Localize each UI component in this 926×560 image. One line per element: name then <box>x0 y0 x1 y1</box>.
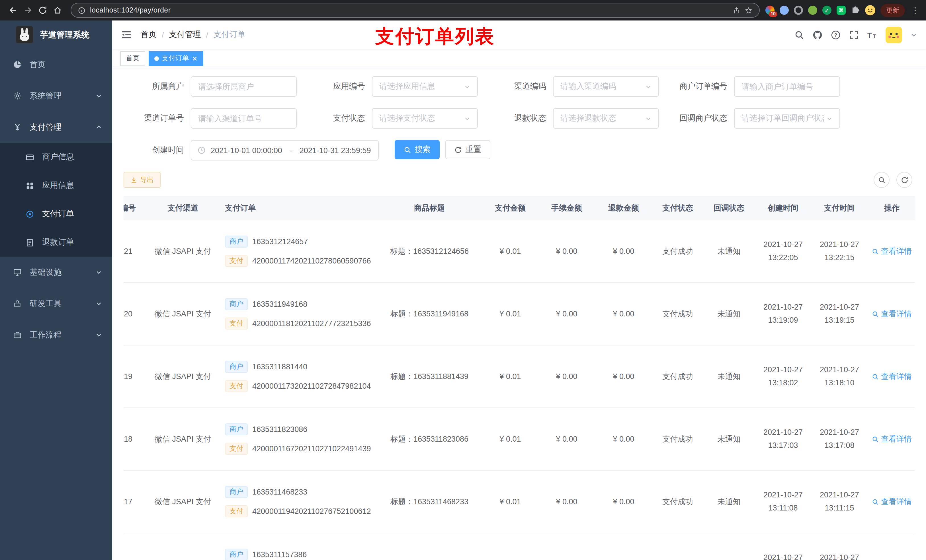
document-icon <box>25 238 34 247</box>
main-area: 首页 / 支付管理 / 支付订单 支付订单列表 ? <box>112 21 926 560</box>
column-header: 回调状态 <box>703 196 755 220</box>
sidebar-item-pay-order[interactable]: 支付订单 <box>0 200 112 228</box>
filter-label: 应用编号 <box>305 82 372 92</box>
search-icon[interactable] <box>794 30 804 39</box>
refund-status-select[interactable]: 请选择退款状态 <box>553 108 659 128</box>
reset-button[interactable]: 重置 <box>445 140 490 159</box>
forward-icon[interactable] <box>21 3 35 18</box>
svg-text:T: T <box>867 31 872 39</box>
url-bar[interactable]: localhost:1024/pay/order <box>71 3 760 18</box>
card-icon <box>25 153 34 162</box>
cell-amount: ¥ 0.01 <box>483 471 538 533</box>
sidebar-item-workflow[interactable]: 工作流程 <box>0 319 112 350</box>
cell-refund: ¥ 0.00 <box>595 283 652 345</box>
toggle-search-button[interactable] <box>874 172 890 188</box>
channel-code-select[interactable]: 请输入渠道编码 <box>553 76 659 97</box>
extension-icon[interactable] <box>808 6 817 15</box>
cell-id: 17 <box>124 471 149 533</box>
pay-status-select[interactable]: 请选择支付状态 <box>372 108 478 128</box>
column-header: 创建时间 <box>755 196 811 220</box>
column-header: 支付渠道 <box>149 196 217 220</box>
back-icon[interactable] <box>6 3 21 18</box>
sidebar-item-payment[interactable]: 支付管理 <box>0 112 112 143</box>
tab-home[interactable]: 首页 <box>120 51 145 66</box>
cell-pay-order: 商户 1635312124657 支付 42000011742021102780… <box>217 220 377 282</box>
sidebar-item-home[interactable]: 首页 <box>0 49 112 80</box>
breadcrumb: 首页 / 支付管理 / 支付订单 <box>141 30 245 40</box>
share-icon[interactable] <box>733 6 740 14</box>
hamburger-icon[interactable] <box>121 30 132 40</box>
sidebar-item-dev-tools[interactable]: 研发工具 <box>0 288 112 319</box>
range-start: 2021-10-01 00:00:00 <box>211 146 282 154</box>
help-icon[interactable]: ? <box>831 30 841 39</box>
extensions-area: 10 ✓ ⌘ 更新 ⋮ <box>766 4 920 17</box>
browser-update-button[interactable]: 更新 <box>881 4 905 17</box>
table-header: 编号 支付渠道 支付订单 商品标题 支付金额 手续金额 退款金额 支付状态 回调… <box>124 196 915 220</box>
cell-title: 标题：1635311823086 <box>377 408 483 470</box>
extensions-puzzle-icon[interactable] <box>851 6 860 15</box>
view-detail-link[interactable]: 查看详情 <box>872 434 912 444</box>
cell-action: 查看详情 <box>867 533 915 560</box>
extension-badge: 10 <box>769 11 777 17</box>
view-detail-link[interactable]: 查看详情 <box>872 497 912 507</box>
extension-icon[interactable]: ✓ <box>822 6 831 15</box>
breadcrumb-payment[interactable]: 支付管理 <box>169 30 201 40</box>
site-info-icon[interactable] <box>78 6 85 14</box>
browser-menu-icon[interactable]: ⋮ <box>910 6 920 15</box>
merchant-tag: 商户 <box>225 486 248 498</box>
profile-avatar[interactable] <box>865 5 875 15</box>
font-size-icon[interactable]: TT <box>867 30 877 39</box>
cell-amount: ¥ 0.01 <box>483 283 538 345</box>
search-button[interactable]: 搜索 <box>395 140 440 159</box>
sidebar-item-merchant-info[interactable]: 商户信息 <box>0 143 112 171</box>
cell-fee: ¥ 0.00 <box>538 220 595 282</box>
cell-pay-time: 2021-10-27 13:17:08 <box>811 408 867 470</box>
view-detail-link[interactable]: 查看详情 <box>872 309 912 319</box>
user-avatar[interactable] <box>885 26 902 43</box>
extension-icon[interactable] <box>794 6 803 15</box>
view-detail-link[interactable]: 查看详情 <box>872 371 912 382</box>
cell-amount: ¥ 0.01 <box>483 220 538 282</box>
tags-view: 首页 支付订单 <box>112 49 926 68</box>
column-header: 支付金额 <box>483 196 538 220</box>
svg-text:T: T <box>873 33 876 39</box>
channel-order-no-input[interactable] <box>191 108 297 128</box>
merchant-order-no-input[interactable] <box>734 76 840 97</box>
column-header: 支付订单 <box>217 196 377 220</box>
github-icon[interactable] <box>813 30 822 39</box>
home-icon[interactable] <box>50 3 65 18</box>
merchant-filter-input[interactable] <box>191 76 297 97</box>
reload-icon[interactable] <box>35 3 50 18</box>
app-no-select[interactable]: 请选择应用信息 <box>372 76 478 97</box>
app-logo[interactable]: 芋道管理系统 <box>0 21 112 49</box>
fullscreen-icon[interactable] <box>849 30 859 39</box>
create-time-range-picker[interactable]: 2021-10-01 00:00:00 - 2021-10-31 23:59:5… <box>191 140 379 160</box>
sidebar-item-refund-order[interactable]: 退款订单 <box>0 228 112 257</box>
refresh-table-button[interactable] <box>896 172 912 188</box>
caret-down-icon[interactable] <box>911 32 917 38</box>
cell-id: 16 <box>124 533 149 560</box>
chevron-down-icon <box>96 93 102 99</box>
extension-icon[interactable]: 10 <box>766 6 775 15</box>
extension-icon[interactable] <box>780 6 789 15</box>
sidebar-item-app-info[interactable]: 应用信息 <box>0 171 112 200</box>
bookmark-star-icon[interactable] <box>745 6 752 14</box>
close-icon[interactable] <box>192 56 198 61</box>
callback-status-select[interactable]: 请选择订单回调商户状态 <box>734 108 840 128</box>
tab-pay-order[interactable]: 支付订单 <box>149 51 203 66</box>
view-detail-link[interactable]: 查看详情 <box>872 246 912 257</box>
cell-notify: 未通知 <box>703 346 755 408</box>
export-button[interactable]: 导出 <box>124 172 160 188</box>
cell-refund: ¥ 0.00 <box>595 408 652 470</box>
column-header: 支付时间 <box>811 196 867 220</box>
merchant-tag: 商户 <box>225 549 248 560</box>
breadcrumb-home[interactable]: 首页 <box>141 30 157 40</box>
sidebar-item-infrastructure[interactable]: 基础设施 <box>0 257 112 288</box>
page-content: 所属商户 应用编号 请选择应用信息 渠道编码 <box>112 68 926 560</box>
clock-icon <box>198 146 206 154</box>
url-text[interactable]: localhost:1024/pay/order <box>90 6 728 14</box>
extension-icon[interactable]: ⌘ <box>837 6 846 15</box>
cell-create-time: 2021-10-27 13:22:05 <box>755 220 811 282</box>
sidebar-item-system[interactable]: 系统管理 <box>0 80 112 112</box>
filter-row: 所属商户 应用编号 请选择应用信息 渠道编码 <box>124 76 915 97</box>
